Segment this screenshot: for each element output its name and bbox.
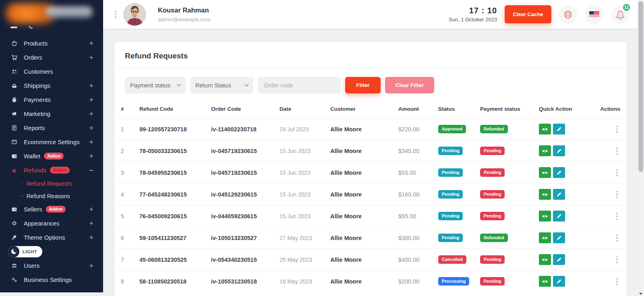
- edit-button[interactable]: [553, 145, 565, 156]
- pencil-icon: [557, 148, 562, 153]
- row-actions-kebab-icon[interactable]: [616, 256, 618, 263]
- notifications-button[interactable]: 11: [611, 5, 630, 24]
- view-button[interactable]: [539, 145, 551, 156]
- theme-toggle[interactable]: LIGHT: [8, 246, 42, 257]
- payment-status-select[interactable]: Payment status: [125, 77, 186, 93]
- browser-window-icon: [10, 139, 18, 145]
- sidebar-item-reports[interactable]: Reports +: [0, 121, 103, 135]
- expand-plus-icon[interactable]: +: [89, 206, 93, 213]
- sidebar-item-label: Shippings: [24, 82, 50, 89]
- view-button[interactable]: [539, 254, 551, 265]
- row-actions-kebab-icon[interactable]: [616, 126, 618, 133]
- app-logo[interactable]: [0, 0, 103, 24]
- user-avatar[interactable]: [123, 3, 146, 26]
- sidebar-item-users[interactable]: Users +: [0, 259, 103, 273]
- row-actions-kebab-icon[interactable]: [616, 234, 618, 242]
- view-button[interactable]: [539, 232, 551, 243]
- col-refund-code: Refund Code: [139, 106, 211, 112]
- status-badge: Pending: [438, 234, 463, 242]
- expand-plus-icon[interactable]: +: [89, 96, 93, 103]
- clear-cache-button[interactable]: Clear Cache: [505, 5, 551, 23]
- refund-date: 15 Jun 2023: [280, 170, 330, 176]
- sidebar-subitem-refund-requests[interactable]: - Refund Requests: [0, 177, 103, 190]
- sidebar-item-label: Refunds: [24, 167, 46, 174]
- pencil-icon: [557, 213, 562, 219]
- sidebar-item-business-settings[interactable]: Business Settings: [0, 273, 103, 287]
- scroll-down-arrow-icon[interactable]: [639, 293, 642, 295]
- refund-date: 15 Jun 2023: [280, 191, 330, 198]
- table-row: 1 99-120557230718 iv-114002230718 18 Jul…: [114, 118, 627, 140]
- view-button[interactable]: [539, 167, 551, 178]
- status-badge: Cancelled: [438, 255, 466, 264]
- row-actions-kebab-icon[interactable]: [616, 169, 618, 176]
- view-button[interactable]: [539, 124, 551, 135]
- vertical-scrollbar[interactable]: [638, 0, 644, 296]
- edit-button[interactable]: [553, 211, 565, 221]
- order-code-input[interactable]: [258, 77, 341, 93]
- filter-button[interactable]: Filter: [345, 77, 381, 93]
- expand-plus-icon[interactable]: +: [89, 40, 93, 47]
- row-actions-kebab-icon[interactable]: [616, 191, 618, 198]
- clear-filter-button[interactable]: Clear Filter: [385, 77, 434, 93]
- dash-icon: [10, 27, 17, 28]
- sidebar-collapse-kebab-icon[interactable]: [115, 11, 116, 18]
- clipped-label-glyph: [29, 26, 33, 29]
- row-actions-kebab-icon[interactable]: [616, 147, 618, 155]
- expand-plus-icon[interactable]: +: [89, 54, 93, 61]
- select-value: Payment status: [130, 82, 170, 89]
- region-button[interactable]: [585, 5, 603, 24]
- edit-button[interactable]: [553, 276, 565, 287]
- sidebar-item-label: Business Settings: [24, 276, 72, 283]
- sidebar-item-products[interactable]: Products +: [0, 36, 103, 50]
- sidebar-subitem-refund-reasons[interactable]: - Refund Reasons: [0, 190, 103, 202]
- edit-button[interactable]: [553, 254, 565, 265]
- expand-plus-icon[interactable]: +: [89, 139, 93, 146]
- sidebar-item-refunds[interactable]: « Refunds Addon −: [0, 163, 103, 177]
- expand-plus-icon[interactable]: +: [89, 262, 93, 269]
- sidebar-item-label: Appearances: [24, 220, 59, 227]
- sidebar-item-appearances[interactable]: Appearances +: [0, 216, 103, 230]
- expand-plus-icon[interactable]: +: [89, 82, 93, 89]
- collapse-minus-icon[interactable]: −: [89, 167, 93, 174]
- user-info[interactable]: Kousar Rahman admin@example.com: [158, 6, 211, 23]
- sidebar-item-customers[interactable]: Customers: [0, 64, 103, 79]
- row-actions-kebab-icon[interactable]: [616, 213, 618, 220]
- partially-visible-menu-item[interactable]: [0, 24, 103, 34]
- wallet-icon: [10, 153, 18, 159]
- view-button[interactable]: [539, 189, 551, 200]
- sidebar-item-label: Payments: [24, 96, 51, 103]
- row-actions-kebab-icon[interactable]: [616, 278, 618, 285]
- edit-button[interactable]: [553, 167, 565, 178]
- view-button[interactable]: [539, 211, 551, 221]
- language-button[interactable]: [559, 5, 577, 24]
- eye-icon: [542, 257, 548, 262]
- sidebar-item-theme-options[interactable]: Theme Options +: [0, 230, 103, 244]
- edit-button[interactable]: [553, 189, 565, 200]
- sidebar-item-sellers[interactable]: Sellers Addon +: [0, 202, 103, 216]
- sidebar-item-ecommerce-settings[interactable]: Ecommerce Settings +: [0, 135, 103, 149]
- row-number: 2: [121, 148, 139, 154]
- view-button[interactable]: [539, 276, 551, 287]
- sidebar-item-label: Products: [24, 40, 48, 47]
- sidebar-item-marketing[interactable]: Marketing +: [0, 107, 103, 121]
- expand-plus-icon[interactable]: +: [89, 153, 93, 160]
- order-code: iv-044059230615: [211, 213, 280, 219]
- expand-plus-icon[interactable]: +: [89, 220, 93, 227]
- sidebar-item-wallet[interactable]: Wallet Addon +: [0, 149, 103, 163]
- wallet-icon: [10, 206, 18, 212]
- pencil-icon: [557, 126, 562, 132]
- sidebar-item-shippings[interactable]: Shippings +: [0, 79, 103, 93]
- return-status-select[interactable]: Return Status: [190, 77, 253, 93]
- edit-button[interactable]: [553, 124, 565, 135]
- sidebar-item-orders[interactable]: Orders +: [0, 50, 103, 64]
- edit-button[interactable]: [553, 232, 565, 243]
- expand-plus-icon[interactable]: +: [89, 234, 93, 241]
- scrollbar-thumb[interactable]: [638, 1, 643, 172]
- sidebar-item-payments[interactable]: Payments +: [0, 93, 103, 107]
- expand-plus-icon[interactable]: +: [89, 110, 93, 118]
- theme-toggle-row: LIGHT: [0, 244, 103, 259]
- expand-plus-icon[interactable]: +: [89, 124, 93, 132]
- people-icon: [10, 68, 18, 75]
- sidebar-subitem-label: Refund Reasons: [27, 193, 70, 199]
- col-quick-action: Quick Action: [539, 106, 591, 112]
